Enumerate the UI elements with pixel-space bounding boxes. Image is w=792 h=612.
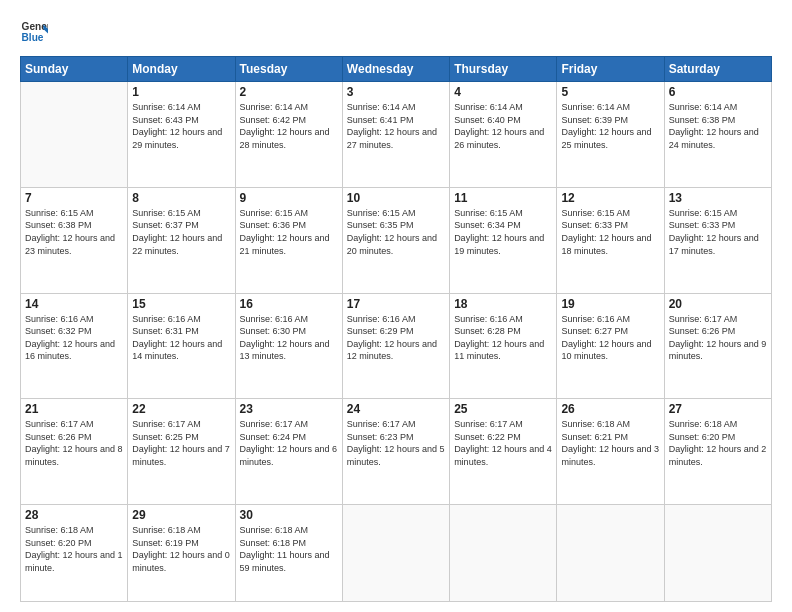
calendar-cell: 22Sunrise: 6:17 AMSunset: 6:25 PMDayligh…: [128, 399, 235, 505]
day-info: Sunrise: 6:15 AMSunset: 6:37 PMDaylight:…: [132, 207, 230, 257]
day-number: 4: [454, 85, 552, 99]
day-info: Sunrise: 6:14 AMSunset: 6:39 PMDaylight:…: [561, 101, 659, 151]
day-number: 20: [669, 297, 767, 311]
day-number: 2: [240, 85, 338, 99]
day-number: 5: [561, 85, 659, 99]
calendar-cell: 6Sunrise: 6:14 AMSunset: 6:38 PMDaylight…: [664, 82, 771, 188]
day-info: Sunrise: 6:17 AMSunset: 6:26 PMDaylight:…: [669, 313, 767, 363]
calendar-cell: 13Sunrise: 6:15 AMSunset: 6:33 PMDayligh…: [664, 187, 771, 293]
day-number: 14: [25, 297, 123, 311]
calendar-cell: [557, 505, 664, 602]
day-number: 10: [347, 191, 445, 205]
day-info: Sunrise: 6:14 AMSunset: 6:41 PMDaylight:…: [347, 101, 445, 151]
day-info: Sunrise: 6:15 AMSunset: 6:33 PMDaylight:…: [561, 207, 659, 257]
page: General Blue SundayMondayTuesdayWednesda…: [0, 0, 792, 612]
calendar-cell: 9Sunrise: 6:15 AMSunset: 6:36 PMDaylight…: [235, 187, 342, 293]
day-number: 25: [454, 402, 552, 416]
day-number: 26: [561, 402, 659, 416]
day-number: 21: [25, 402, 123, 416]
day-info: Sunrise: 6:14 AMSunset: 6:38 PMDaylight:…: [669, 101, 767, 151]
day-info: Sunrise: 6:15 AMSunset: 6:36 PMDaylight:…: [240, 207, 338, 257]
day-info: Sunrise: 6:17 AMSunset: 6:22 PMDaylight:…: [454, 418, 552, 468]
day-header-tuesday: Tuesday: [235, 57, 342, 82]
calendar-cell: [342, 505, 449, 602]
calendar-cell: 24Sunrise: 6:17 AMSunset: 6:23 PMDayligh…: [342, 399, 449, 505]
day-number: 12: [561, 191, 659, 205]
day-header-sunday: Sunday: [21, 57, 128, 82]
day-number: 19: [561, 297, 659, 311]
calendar-cell: 27Sunrise: 6:18 AMSunset: 6:20 PMDayligh…: [664, 399, 771, 505]
day-header-monday: Monday: [128, 57, 235, 82]
day-number: 27: [669, 402, 767, 416]
day-info: Sunrise: 6:15 AMSunset: 6:33 PMDaylight:…: [669, 207, 767, 257]
day-number: 24: [347, 402, 445, 416]
day-number: 16: [240, 297, 338, 311]
day-number: 3: [347, 85, 445, 99]
day-number: 13: [669, 191, 767, 205]
calendar-cell: [664, 505, 771, 602]
calendar-cell: 11Sunrise: 6:15 AMSunset: 6:34 PMDayligh…: [450, 187, 557, 293]
day-info: Sunrise: 6:17 AMSunset: 6:25 PMDaylight:…: [132, 418, 230, 468]
day-header-friday: Friday: [557, 57, 664, 82]
day-info: Sunrise: 6:18 AMSunset: 6:21 PMDaylight:…: [561, 418, 659, 468]
day-number: 29: [132, 508, 230, 522]
logo: General Blue: [20, 18, 48, 46]
calendar-cell: 17Sunrise: 6:16 AMSunset: 6:29 PMDayligh…: [342, 293, 449, 399]
day-number: 30: [240, 508, 338, 522]
day-number: 15: [132, 297, 230, 311]
calendar-cell: 2Sunrise: 6:14 AMSunset: 6:42 PMDaylight…: [235, 82, 342, 188]
day-number: 22: [132, 402, 230, 416]
day-number: 11: [454, 191, 552, 205]
header: General Blue: [20, 18, 772, 46]
calendar-week-row: 7Sunrise: 6:15 AMSunset: 6:38 PMDaylight…: [21, 187, 772, 293]
day-info: Sunrise: 6:18 AMSunset: 6:18 PMDaylight:…: [240, 524, 338, 574]
day-number: 18: [454, 297, 552, 311]
calendar-cell: 20Sunrise: 6:17 AMSunset: 6:26 PMDayligh…: [664, 293, 771, 399]
calendar-cell: 28Sunrise: 6:18 AMSunset: 6:20 PMDayligh…: [21, 505, 128, 602]
calendar-cell: 30Sunrise: 6:18 AMSunset: 6:18 PMDayligh…: [235, 505, 342, 602]
day-info: Sunrise: 6:18 AMSunset: 6:20 PMDaylight:…: [669, 418, 767, 468]
day-info: Sunrise: 6:17 AMSunset: 6:26 PMDaylight:…: [25, 418, 123, 468]
day-info: Sunrise: 6:18 AMSunset: 6:20 PMDaylight:…: [25, 524, 123, 574]
day-info: Sunrise: 6:14 AMSunset: 6:42 PMDaylight:…: [240, 101, 338, 151]
day-info: Sunrise: 6:17 AMSunset: 6:23 PMDaylight:…: [347, 418, 445, 468]
day-info: Sunrise: 6:15 AMSunset: 6:34 PMDaylight:…: [454, 207, 552, 257]
day-info: Sunrise: 6:16 AMSunset: 6:30 PMDaylight:…: [240, 313, 338, 363]
day-info: Sunrise: 6:17 AMSunset: 6:24 PMDaylight:…: [240, 418, 338, 468]
day-info: Sunrise: 6:15 AMSunset: 6:38 PMDaylight:…: [25, 207, 123, 257]
calendar-cell: [450, 505, 557, 602]
day-info: Sunrise: 6:18 AMSunset: 6:19 PMDaylight:…: [132, 524, 230, 574]
calendar-cell: 23Sunrise: 6:17 AMSunset: 6:24 PMDayligh…: [235, 399, 342, 505]
calendar-cell: 8Sunrise: 6:15 AMSunset: 6:37 PMDaylight…: [128, 187, 235, 293]
calendar-cell: 21Sunrise: 6:17 AMSunset: 6:26 PMDayligh…: [21, 399, 128, 505]
day-info: Sunrise: 6:16 AMSunset: 6:29 PMDaylight:…: [347, 313, 445, 363]
day-header-thursday: Thursday: [450, 57, 557, 82]
calendar-cell: 29Sunrise: 6:18 AMSunset: 6:19 PMDayligh…: [128, 505, 235, 602]
svg-text:Blue: Blue: [22, 32, 44, 43]
day-number: 23: [240, 402, 338, 416]
calendar-cell: 3Sunrise: 6:14 AMSunset: 6:41 PMDaylight…: [342, 82, 449, 188]
calendar-table: SundayMondayTuesdayWednesdayThursdayFrid…: [20, 56, 772, 602]
calendar-cell: 16Sunrise: 6:16 AMSunset: 6:30 PMDayligh…: [235, 293, 342, 399]
day-info: Sunrise: 6:15 AMSunset: 6:35 PMDaylight:…: [347, 207, 445, 257]
calendar-cell: 4Sunrise: 6:14 AMSunset: 6:40 PMDaylight…: [450, 82, 557, 188]
day-info: Sunrise: 6:14 AMSunset: 6:43 PMDaylight:…: [132, 101, 230, 151]
day-info: Sunrise: 6:16 AMSunset: 6:28 PMDaylight:…: [454, 313, 552, 363]
calendar-header-row: SundayMondayTuesdayWednesdayThursdayFrid…: [21, 57, 772, 82]
calendar-cell: 26Sunrise: 6:18 AMSunset: 6:21 PMDayligh…: [557, 399, 664, 505]
calendar-cell: 1Sunrise: 6:14 AMSunset: 6:43 PMDaylight…: [128, 82, 235, 188]
calendar-cell: 10Sunrise: 6:15 AMSunset: 6:35 PMDayligh…: [342, 187, 449, 293]
calendar-cell: 14Sunrise: 6:16 AMSunset: 6:32 PMDayligh…: [21, 293, 128, 399]
day-number: 6: [669, 85, 767, 99]
day-number: 7: [25, 191, 123, 205]
calendar-cell: 7Sunrise: 6:15 AMSunset: 6:38 PMDaylight…: [21, 187, 128, 293]
calendar-cell: 15Sunrise: 6:16 AMSunset: 6:31 PMDayligh…: [128, 293, 235, 399]
calendar-cell: 18Sunrise: 6:16 AMSunset: 6:28 PMDayligh…: [450, 293, 557, 399]
day-number: 8: [132, 191, 230, 205]
day-number: 9: [240, 191, 338, 205]
calendar-week-row: 28Sunrise: 6:18 AMSunset: 6:20 PMDayligh…: [21, 505, 772, 602]
calendar-cell: [21, 82, 128, 188]
day-number: 17: [347, 297, 445, 311]
day-number: 1: [132, 85, 230, 99]
logo-icon: General Blue: [20, 18, 48, 46]
